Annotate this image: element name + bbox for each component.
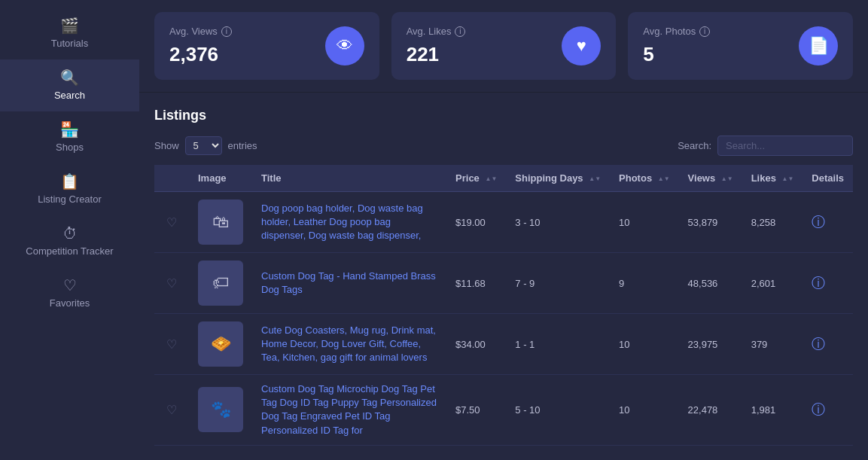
details-cell-3: ⓘ bbox=[803, 375, 853, 446]
details-button-2[interactable]: ⓘ bbox=[812, 335, 825, 353]
info-icon-avg-photos[interactable]: i bbox=[699, 26, 710, 37]
sidebar-label-competition-tracker: Competition Tracker bbox=[26, 245, 113, 257]
details-cell-1: ⓘ bbox=[803, 253, 853, 314]
details-cell-2: ⓘ bbox=[803, 314, 853, 375]
product-title-2[interactable]: Cute Dog Coasters, Mug rug, Drink mat, H… bbox=[261, 324, 437, 365]
sidebar-item-listing-creator[interactable]: 📋 Listing Creator bbox=[0, 163, 139, 215]
sidebar-label-shops: Shops bbox=[56, 142, 84, 153]
price-cell-0: $19.00 bbox=[446, 192, 506, 253]
info-icon-avg-likes[interactable]: i bbox=[455, 26, 465, 37]
sidebar-item-search[interactable]: 🔍 Search bbox=[0, 59, 139, 111]
listings-table: Image Title Price ▲▼ Shipping Days ▲▼ Ph… bbox=[154, 165, 853, 446]
product-image-1: 🏷 bbox=[198, 260, 243, 306]
sidebar-label-search: Search bbox=[54, 90, 85, 101]
info-icon-avg-views[interactable]: i bbox=[221, 26, 232, 37]
product-image-3: 🐾 bbox=[198, 387, 243, 432]
shipping-cell-2: 1 - 1 bbox=[506, 314, 610, 375]
likes-sort[interactable]: ▲▼ bbox=[782, 175, 794, 182]
table-header: Image Title Price ▲▼ Shipping Days ▲▼ Ph… bbox=[154, 165, 853, 192]
sidebar-label-favorites: Favorites bbox=[50, 297, 90, 309]
col-likes: Likes ▲▼ bbox=[742, 165, 803, 192]
table-row: ♡ 🧇 Cute Dog Coasters, Mug rug, Drink ma… bbox=[154, 314, 853, 375]
show-label: Show bbox=[154, 140, 179, 151]
sidebar-item-competition-tracker[interactable]: ⏱ Competition Tracker bbox=[0, 215, 139, 267]
col-favorite bbox=[154, 165, 189, 192]
shipping-sort[interactable]: ▲▼ bbox=[589, 175, 601, 182]
details-button-1[interactable]: ⓘ bbox=[812, 274, 825, 292]
views-cell-1: 48,536 bbox=[679, 253, 742, 314]
product-title-1[interactable]: Custom Dog Tag - Hand Stamped Brass Dog … bbox=[261, 270, 437, 297]
entries-label: entries bbox=[228, 140, 257, 151]
table-row: ♡ 🏷 Custom Dog Tag - Hand Stamped Brass … bbox=[154, 253, 853, 314]
stat-label-avg-photos: Avg. Photos i bbox=[643, 26, 710, 37]
favorite-button-2[interactable]: ♡ bbox=[163, 334, 180, 355]
search-label: Search: bbox=[678, 140, 711, 151]
title-cell-0: Dog poop bag holder, Dog waste bag holde… bbox=[252, 192, 446, 253]
stat-info-avg-photos: Avg. Photos i 5 bbox=[643, 26, 710, 66]
stat-icon-avg-likes: ♥ bbox=[562, 26, 601, 65]
shipping-cell-0: 3 - 10 bbox=[506, 192, 610, 253]
table-controls: Show 5 10 25 entries Search: bbox=[154, 136, 853, 156]
sidebar-item-shops[interactable]: 🏪 Shops bbox=[0, 111, 139, 163]
details-button-0[interactable]: ⓘ bbox=[812, 213, 825, 231]
favorite-cell-2: ♡ bbox=[154, 314, 189, 375]
stat-card-avg-views: Avg. Views i 2,376 👁 bbox=[154, 12, 379, 80]
listings-section: Listings Show 5 10 25 entries Search: I bbox=[139, 93, 868, 460]
sidebar-item-tutorials[interactable]: 🎬 Tutorials bbox=[0, 8, 139, 59]
shops-icon: 🏪 bbox=[60, 122, 79, 137]
photos-cell-1: 9 bbox=[610, 253, 679, 314]
price-cell-3: $7.50 bbox=[446, 375, 506, 446]
table-body: ♡ 🛍 Dog poop bag holder, Dog waste bag h… bbox=[154, 192, 853, 446]
entries-select[interactable]: 5 10 25 bbox=[185, 136, 222, 155]
likes-cell-1: 2,601 bbox=[742, 253, 803, 314]
stat-card-avg-likes: Avg. Likes i 221 ♥ bbox=[391, 12, 617, 80]
col-photos: Photos ▲▼ bbox=[610, 165, 679, 192]
favorite-cell-0: ♡ bbox=[154, 192, 189, 253]
sidebar-item-favorites[interactable]: ♡ Favorites bbox=[0, 267, 139, 319]
favorite-button-0[interactable]: ♡ bbox=[163, 212, 180, 233]
product-title-3[interactable]: Custom Dog Tag Microchip Dog Tag Pet Tag… bbox=[261, 382, 437, 437]
tutorials-icon: 🎬 bbox=[60, 18, 79, 33]
col-views: Views ▲▼ bbox=[679, 165, 742, 192]
col-title: Title bbox=[252, 165, 446, 192]
title-cell-2: Cute Dog Coasters, Mug rug, Drink mat, H… bbox=[252, 314, 446, 375]
favorite-button-1[interactable]: ♡ bbox=[163, 273, 180, 294]
product-title-0[interactable]: Dog poop bag holder, Dog waste bag holde… bbox=[261, 202, 437, 243]
photos-cell-2: 10 bbox=[610, 314, 679, 375]
stat-icon-avg-photos: 📄 bbox=[799, 26, 838, 65]
image-cell-1: 🏷 bbox=[189, 253, 252, 314]
stat-value-avg-views: 2,376 bbox=[169, 43, 232, 66]
image-cell-2: 🧇 bbox=[189, 314, 252, 375]
table-row: ♡ 🐾 Custom Dog Tag Microchip Dog Tag Pet… bbox=[154, 375, 853, 446]
search-control: Search: bbox=[678, 136, 853, 156]
product-image-2: 🧇 bbox=[198, 321, 243, 367]
price-cell-1: $11.68 bbox=[446, 253, 506, 314]
search-icon: 🔍 bbox=[60, 70, 79, 85]
col-image: Image bbox=[189, 165, 252, 192]
stat-info-avg-views: Avg. Views i 2,376 bbox=[169, 26, 232, 66]
table-search-input[interactable] bbox=[717, 136, 853, 156]
likes-cell-2: 379 bbox=[742, 314, 803, 375]
stat-info-avg-likes: Avg. Likes i 221 bbox=[407, 26, 466, 66]
main-content: Avg. Views i 2,376 👁 Avg. Likes i 221 ♥ … bbox=[139, 0, 868, 460]
stat-value-avg-photos: 5 bbox=[643, 43, 710, 66]
shipping-cell-1: 7 - 9 bbox=[506, 253, 610, 314]
image-cell-0: 🛍 bbox=[189, 192, 252, 253]
photos-sort[interactable]: ▲▼ bbox=[658, 175, 670, 182]
views-cell-3: 22,478 bbox=[679, 375, 742, 446]
views-cell-0: 53,879 bbox=[679, 192, 742, 253]
favorite-button-3[interactable]: ♡ bbox=[163, 400, 180, 420]
shipping-cell-3: 5 - 10 bbox=[506, 375, 610, 446]
stat-label-avg-likes: Avg. Likes i bbox=[407, 26, 466, 37]
favorite-cell-3: ♡ bbox=[154, 375, 189, 446]
likes-cell-3: 1,981 bbox=[742, 375, 803, 446]
stat-card-avg-photos: Avg. Photos i 5 📄 bbox=[628, 12, 853, 80]
details-button-3[interactable]: ⓘ bbox=[812, 401, 825, 419]
price-sort[interactable]: ▲▼ bbox=[485, 175, 497, 182]
image-cell-3: 🐾 bbox=[189, 375, 252, 446]
views-sort[interactable]: ▲▼ bbox=[721, 175, 733, 182]
col-shipping: Shipping Days ▲▼ bbox=[506, 165, 610, 192]
stats-row: Avg. Views i 2,376 👁 Avg. Likes i 221 ♥ … bbox=[139, 0, 868, 93]
title-cell-3: Custom Dog Tag Microchip Dog Tag Pet Tag… bbox=[252, 375, 446, 446]
photos-cell-3: 10 bbox=[610, 375, 679, 446]
